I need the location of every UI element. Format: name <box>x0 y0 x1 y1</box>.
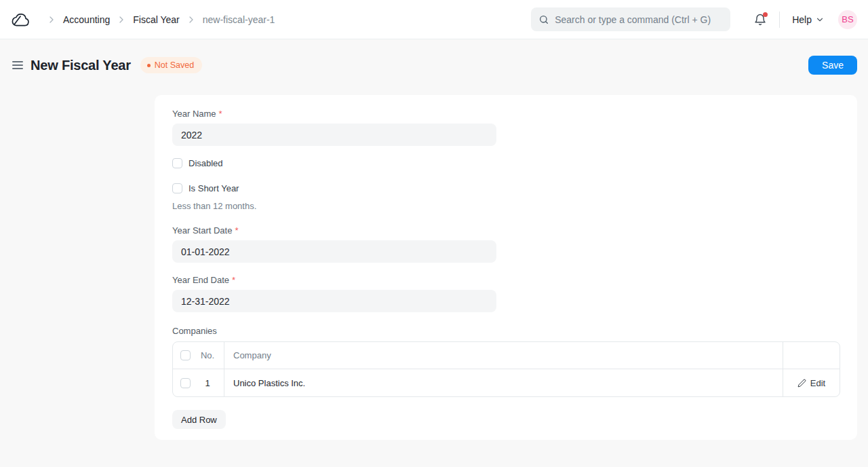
search-input[interactable] <box>555 14 723 25</box>
year-name-label-text: Year Name <box>172 109 216 119</box>
form-card: Year Name * Disabled Is Short Year Less … <box>155 95 857 440</box>
notification-dot <box>763 12 768 17</box>
year-end-date-label-text: Year End Date <box>172 275 229 285</box>
breadcrumb-accounting[interactable]: Accounting <box>63 14 110 25</box>
row-select-checkbox[interactable] <box>180 378 191 388</box>
year-name-input[interactable] <box>172 124 496 146</box>
breadcrumb-chevron-icon <box>46 14 57 25</box>
companies-section-label: Companies <box>172 326 840 336</box>
add-row-button[interactable]: Add Row <box>172 410 226 429</box>
year-start-date-label-text: Year Start Date <box>172 225 232 236</box>
global-search[interactable] <box>531 7 730 31</box>
companies-table-header: No. Company <box>173 342 840 369</box>
row-number: 1 <box>199 378 216 388</box>
table-row: 1 Unico Plastics Inc. Edit <box>173 369 840 396</box>
is-short-year-checkbox-label: Is Short Year <box>189 183 239 193</box>
is-short-year-checkbox-row[interactable]: Is Short Year <box>172 183 840 193</box>
year-name-label: Year Name * <box>172 109 840 119</box>
status-badge: Not Saved <box>140 57 202 73</box>
help-label: Help <box>792 14 812 25</box>
top-navbar: Accounting Fiscal Year new-fiscal-year-1… <box>0 0 868 39</box>
page-title: New Fiscal Year <box>31 58 131 73</box>
hamburger-menu-icon[interactable] <box>12 60 23 71</box>
app-logo[interactable] <box>11 12 31 27</box>
year-end-date-input[interactable] <box>172 290 496 312</box>
company-column-header: Company <box>224 342 783 369</box>
pencil-icon <box>797 379 806 388</box>
navbar-divider <box>779 12 780 28</box>
status-badge-label: Not Saved <box>155 60 194 70</box>
user-avatar[interactable]: BS <box>838 10 857 29</box>
year-start-date-field: Year Start Date * <box>172 225 840 263</box>
edit-row-button[interactable]: Edit <box>797 378 825 388</box>
breadcrumb-chevron-icon <box>186 14 197 25</box>
year-end-date-field: Year End Date * <box>172 275 840 312</box>
required-marker: * <box>219 109 222 119</box>
is-short-year-description: Less than 12 months. <box>172 201 840 211</box>
disabled-checkbox-label: Disabled <box>189 158 223 168</box>
is-short-year-checkbox[interactable] <box>172 183 182 193</box>
breadcrumb-chevron-icon <box>116 14 127 25</box>
required-marker: * <box>235 225 238 236</box>
notifications-button[interactable] <box>753 13 767 26</box>
no-column-header: No. <box>199 350 216 360</box>
row-company-cell[interactable]: Unico Plastics Inc. <box>224 369 783 396</box>
header-no-cell: No. <box>173 342 224 369</box>
year-end-date-label: Year End Date * <box>172 275 840 285</box>
page-header: New Fiscal Year Not Saved Save <box>0 39 868 91</box>
disabled-checkbox-row[interactable]: Disabled <box>172 158 840 168</box>
edit-button-label: Edit <box>810 378 825 388</box>
breadcrumb-fiscal-year[interactable]: Fiscal Year <box>133 14 179 25</box>
status-dot-icon <box>147 64 151 67</box>
row-no-cell: 1 <box>173 369 224 396</box>
required-marker: * <box>232 275 235 285</box>
breadcrumb-current-doc: new-fiscal-year-1 <box>203 14 275 25</box>
disabled-checkbox[interactable] <box>172 158 182 168</box>
row-edit-cell: Edit <box>783 369 840 396</box>
year-start-date-label: Year Start Date * <box>172 225 840 236</box>
help-menu[interactable]: Help <box>792 14 825 25</box>
search-icon <box>538 14 549 25</box>
year-name-field: Year Name * <box>172 109 840 146</box>
year-start-date-input[interactable] <box>172 240 496 263</box>
save-button[interactable]: Save <box>808 56 857 75</box>
frappe-cloud-logo-icon <box>11 12 31 27</box>
companies-table: No. Company 1 Unico Plastics Inc. Edit <box>172 341 840 397</box>
header-edit-cell <box>783 342 840 369</box>
select-all-checkbox[interactable] <box>180 350 191 360</box>
chevron-down-icon <box>815 15 825 24</box>
